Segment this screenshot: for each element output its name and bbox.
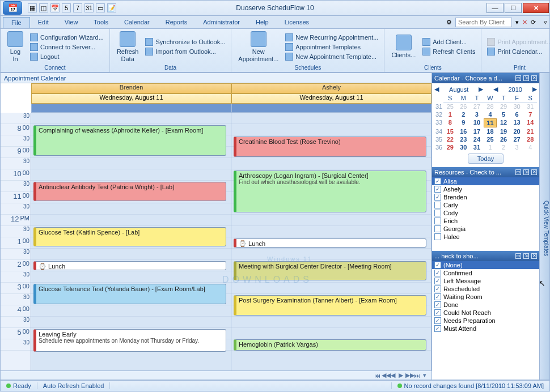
options-icon[interactable]: ⚙	[446, 19, 452, 26]
day-cell[interactable]: 14	[523, 118, 537, 127]
today-button[interactable]: Today	[468, 154, 504, 164]
resources-panel-header[interactable]: Resources - Check to ... ▭⇲✕	[432, 167, 539, 177]
column-header-1[interactable]: Ashely	[231, 83, 431, 93]
ribbon-appointment-templates[interactable]: Appointment Templates	[283, 42, 380, 52]
day-cell[interactable]: 6	[510, 110, 524, 118]
list-item[interactable]: ✓Done	[432, 301, 539, 309]
ribbon-refresh-clients[interactable]: Refresh Clients	[420, 47, 477, 56]
month-calendar[interactable]: ◀ August ▶ ◀ 2010 ▶ SMTWTFS3125262728293…	[432, 83, 539, 167]
checkbox[interactable]: ✓	[434, 293, 441, 300]
list-item[interactable]: Halee	[432, 233, 539, 241]
ribbon-import-from-outlook-[interactable]: Import from Outlook...	[143, 47, 227, 56]
day-cell[interactable]: 21	[523, 127, 537, 135]
day-cell[interactable]: 29	[443, 143, 457, 151]
day-cell[interactable]: 31	[523, 103, 537, 110]
filter-icon[interactable]: ▿	[544, 19, 547, 26]
day-cell[interactable]: 28	[523, 135, 537, 143]
day-cell[interactable]: 29	[497, 103, 510, 110]
day-cell[interactable]: 24	[470, 135, 484, 143]
panel-min-icon[interactable]: ▭	[515, 75, 521, 81]
appointment[interactable]: Arthroscopy (Logan Ingram) - [Surgical C…	[234, 171, 426, 212]
appointment[interactable]: Glucose Tolerance Test (Yolanda Bauer) -…	[33, 284, 226, 304]
checkbox[interactable]: ✓	[434, 301, 441, 308]
cal-nav-icon[interactable]: ▾	[421, 372, 428, 379]
day-cell[interactable]: 8	[443, 118, 457, 127]
appointment[interactable]: Meeting with Surgical Center Director - …	[234, 261, 426, 280]
list-item[interactable]: ✓(None)	[432, 261, 539, 269]
day-cell[interactable]: 4	[484, 110, 497, 118]
appointment[interactable]: ⌚ Lunch	[33, 261, 226, 270]
month-panel-header[interactable]: Calendar - Choose a d... ▭⇲✕	[432, 73, 539, 83]
day-cell[interactable]: 20	[510, 127, 524, 135]
day-cell[interactable]: 1	[484, 143, 497, 151]
tab-tools[interactable]: Tools	[86, 17, 116, 28]
checkbox[interactable]: ✓	[434, 178, 441, 185]
list-item[interactable]: ✓Ashely	[432, 185, 539, 193]
day-cell[interactable]: 26	[497, 135, 510, 143]
tab-edit[interactable]: Edit	[30, 17, 57, 28]
day-cell[interactable]: 27	[510, 135, 524, 143]
list-item[interactable]: ✓Must Attend	[432, 325, 539, 333]
ribbon-new-appointment-template-[interactable]: New Appointment Template...	[283, 52, 380, 61]
year-label[interactable]: 2010	[508, 86, 522, 93]
checkbox[interactable]	[434, 225, 441, 232]
ribbon-print-calendar-[interactable]: Print Calendar...	[485, 47, 550, 56]
panel-close-icon[interactable]: ✕	[531, 75, 537, 81]
cal-nav-icon[interactable]: ⏭	[413, 372, 420, 379]
list-item[interactable]: ✓Waiting Room	[432, 293, 539, 301]
cal-nav-icon[interactable]: ◀◀	[382, 372, 388, 379]
ribbon-new-appointment-[interactable]: New Appointment...	[235, 30, 282, 63]
appointment[interactable]: Creatinine Blood Test (Rose Trevino)	[234, 137, 426, 157]
day-cell[interactable]: 18	[484, 127, 497, 135]
next-month-icon[interactable]: ▶	[479, 86, 483, 93]
labels-list[interactable]: ✓(None)✓Confirmed✓Left Message✓Reschedul…	[432, 261, 539, 380]
day-cell[interactable]: 10	[470, 118, 484, 127]
day-cell[interactable]: 17	[470, 127, 484, 135]
day-cell[interactable]: 5	[497, 110, 510, 118]
cal31-icon[interactable]: 31	[84, 3, 94, 12]
day-cell[interactable]: 2	[457, 110, 471, 118]
day-cell[interactable]: 13	[510, 118, 524, 127]
labels-panel-header[interactable]: ... heck to sho... ▭⇲✕	[432, 251, 539, 261]
ribbon-log-in[interactable]: Log In	[4, 30, 27, 63]
cal-nav-icon[interactable]: ▶	[397, 372, 404, 379]
next-year-icon[interactable]: ▶	[532, 86, 537, 93]
day-cell[interactable]: 22	[443, 135, 457, 143]
day-cell[interactable]: 30	[510, 103, 524, 110]
cal-nav-icon[interactable]: ⏮	[374, 372, 380, 379]
checkbox[interactable]: ✓	[434, 262, 441, 269]
cal5-icon[interactable]: 5	[62, 3, 71, 12]
ribbon-configuration-wizard-[interactable]: Configuration Wizard...	[28, 33, 106, 42]
ribbon-new-recurring-appointment-[interactable]: New Recurring Appointment...	[283, 33, 380, 42]
event-column-0[interactable]: Complaining of weakness (Aphrodite Kelle…	[31, 113, 231, 370]
ribbon-refresh-data[interactable]: RefreshData	[113, 30, 142, 63]
list-item[interactable]: ✓Rescheduled	[432, 285, 539, 293]
day-cell[interactable]: 19	[497, 127, 510, 135]
checkbox[interactable]: ✓	[434, 317, 441, 324]
day-cell[interactable]: 26	[457, 103, 471, 110]
allday-slot-0[interactable]	[31, 104, 231, 113]
list-item[interactable]: ✓Could Not Reach	[432, 309, 539, 317]
search-dropdown-icon[interactable]: ▾	[515, 19, 519, 26]
checkbox[interactable]: ✓	[434, 186, 441, 193]
panel-pin-icon[interactable]: ⇲	[523, 75, 529, 81]
month-label[interactable]: August	[449, 86, 468, 93]
tile-icon[interactable]: ◫	[39, 3, 48, 12]
minimize-button[interactable]: —	[486, 3, 504, 13]
day-cell[interactable]: 7	[523, 110, 537, 118]
tab-file[interactable]: File	[3, 17, 30, 28]
list-item[interactable]: ✓Confirmed	[432, 269, 539, 277]
tab-help[interactable]: Help	[248, 17, 277, 28]
tab-administrator[interactable]: Administrator	[195, 17, 248, 28]
prev-month-icon[interactable]: ◀	[434, 86, 439, 93]
ribbon-synchronize-to-outlook-[interactable]: Synchronize to Outlook...	[143, 37, 227, 46]
list-item[interactable]: Erich	[432, 217, 539, 225]
cal-nav-icon[interactable]: ▶▶	[405, 372, 412, 379]
day-cell[interactable]: 16	[457, 127, 471, 135]
list-item[interactable]: Carly	[432, 201, 539, 209]
ribbon-clients-[interactable]: Clients...	[388, 33, 419, 59]
day-cell[interactable]: 28	[484, 103, 497, 110]
close-button[interactable]: ✕	[523, 3, 549, 13]
tab-calendar[interactable]: Calendar	[116, 17, 158, 28]
ribbon-connect-to-server-[interactable]: Connect to Server...	[28, 42, 106, 52]
